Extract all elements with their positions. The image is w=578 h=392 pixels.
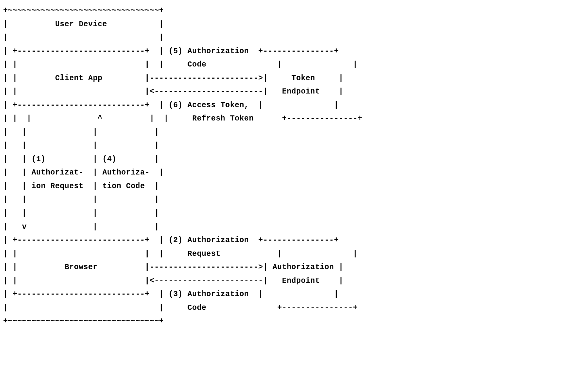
oauth-flow-diagram: +~~~~~~~~~~~~~~~~~~~~~~~~~~~~~~~~+ | Use… [0, 0, 578, 344]
